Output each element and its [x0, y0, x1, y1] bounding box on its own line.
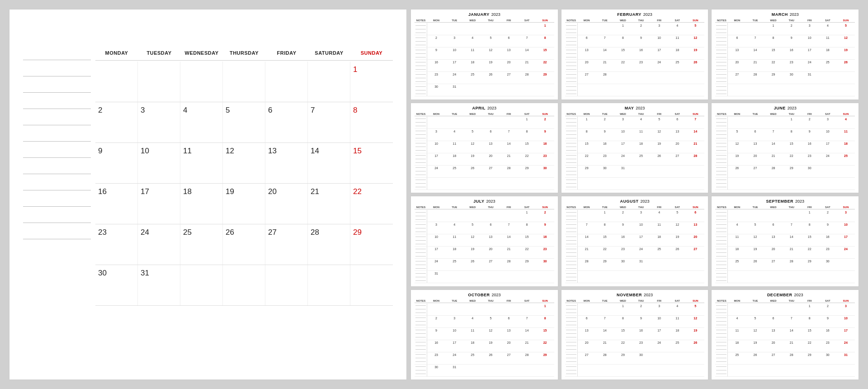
- mini-day-w3d2: 20: [764, 340, 783, 352]
- mini-day-w2d5: 15: [518, 141, 536, 153]
- mini-day-w3d1: 18: [445, 247, 463, 258]
- mini-notes-cell: [415, 271, 427, 283]
- mini-day-w1d4: 10: [801, 35, 819, 47]
- mini-note-line: [566, 74, 576, 75]
- mini-notes-cell: [565, 328, 578, 340]
- mini-day-w4d2: 31: [614, 166, 632, 177]
- mini-week-2: 9101112131415: [415, 328, 554, 340]
- mini-note-line: [415, 313, 426, 313]
- mini-day-w0d6: 2: [536, 210, 554, 222]
- mini-day-w5d6: [837, 178, 855, 190]
- mini-notes-cell: [565, 210, 578, 222]
- day-cell-w0d1: [138, 62, 180, 102]
- mini-day-w3d2: 18: [463, 60, 481, 71]
- mini-day-w4d3: 31: [632, 259, 650, 270]
- mini-day-w0d1: 2: [596, 117, 614, 128]
- mini-day-w1d0: 4: [728, 316, 746, 327]
- mini-notes-cell: [415, 352, 427, 364]
- mini-note-line: [415, 228, 426, 228]
- day-cell-w1d3: 5: [223, 102, 265, 142]
- day-cell-w5d6: [350, 265, 393, 305]
- mini-note-line: [716, 261, 726, 261]
- mini-note-line: [716, 321, 726, 322]
- mini-week-1: 45678910: [715, 316, 855, 328]
- mini-notes-cell: [715, 234, 728, 246]
- mini-day-w2d4: 15: [801, 234, 819, 246]
- mini-day-w1d4: 10: [650, 316, 668, 327]
- mini-day-w1d0: 6: [578, 316, 596, 327]
- mini-col-head-mon: MON: [578, 205, 596, 209]
- mini-day-w3d2: 23: [614, 247, 632, 258]
- mini-day-w5d5: [518, 178, 536, 190]
- mini-notes-cell: [715, 316, 728, 327]
- mini-notes-cell: [415, 60, 427, 71]
- mini-day-w2d6: 19: [837, 47, 855, 59]
- mini-col-head-fri: FRI: [500, 112, 518, 116]
- week-row-5: 3031: [95, 265, 393, 306]
- mini-day-w1d3: 11: [632, 129, 650, 141]
- mini-notes-cell: [715, 328, 728, 340]
- mini-day-w2d2: 15: [764, 47, 783, 59]
- mini-note-line: [415, 277, 426, 277]
- mini-day-w3d3: 22: [783, 153, 801, 165]
- mini-day-w1d6: 9: [536, 129, 554, 141]
- mini-note-line: [566, 370, 576, 370]
- mini-day-w1d4: 11: [650, 222, 668, 234]
- mini-day-w3d3: 19: [481, 60, 500, 71]
- mini-year: 2023: [491, 293, 500, 297]
- mini-day-w1d0: 2: [427, 35, 445, 47]
- mini-day-w1d5: 10: [819, 129, 837, 141]
- mini-day-w2d3: 16: [783, 47, 801, 59]
- mini-week-3: 17181920212223: [415, 247, 554, 259]
- mini-day-w1d0: 6: [728, 35, 746, 47]
- mini-day-w4d6: [837, 72, 855, 84]
- mini-day-w4d6: 31: [837, 352, 855, 364]
- mini-day-w2d1: 14: [596, 47, 614, 59]
- mini-day-w5d2: [614, 365, 632, 376]
- mini-note-line: [566, 131, 576, 131]
- mini-day-w2d1: 12: [746, 234, 764, 246]
- mini-day-w1d1: 3: [445, 35, 463, 47]
- mini-day-w5d4: [650, 84, 668, 96]
- mini-note-line: [716, 237, 726, 237]
- mini-day-w1d3: 7: [783, 222, 801, 234]
- mini-note-line: [415, 86, 426, 87]
- mini-note-line: [716, 268, 726, 269]
- mini-notes-cell: [415, 47, 427, 59]
- mini-note-line: [716, 224, 726, 225]
- mini-notes-cell: [415, 234, 427, 246]
- mini-month-name: DECEMBER: [767, 293, 793, 297]
- mini-day-w4d0: 23: [427, 72, 445, 84]
- mini-day-w0d1: [746, 117, 764, 128]
- mini-day-w0d5: 2: [819, 210, 837, 222]
- mini-notes-cell: [565, 234, 578, 246]
- main-grid: MONDAY TUESDAY WEDNESDAY THURSDAY FRIDAY…: [23, 48, 393, 370]
- mini-col-head-tue: TUE: [445, 205, 463, 209]
- note-line-8: [23, 166, 91, 174]
- mini-day-w3d5: 24: [819, 153, 837, 165]
- mini-day-w0d6: 1: [536, 23, 554, 35]
- mini-note-line: [566, 94, 576, 94]
- mini-notes-cell: [415, 259, 427, 270]
- mini-day-w4d2: 29: [614, 352, 632, 364]
- mini-week-2: 12131415161718: [715, 141, 855, 153]
- mini-day-w2d1: 11: [445, 141, 463, 153]
- mini-day-w5d2: [463, 365, 481, 376]
- mini-day-w2d3: 18: [632, 141, 650, 153]
- mini-note-line: [566, 330, 576, 330]
- mini-week-1: 6789101112: [715, 35, 855, 47]
- mini-notes-cell: [565, 247, 578, 258]
- day-cell-w2d5: 14: [308, 143, 350, 183]
- mini-week-4: 23242526272829: [415, 72, 554, 84]
- mini-day-w5d4: [500, 84, 518, 96]
- mini-col-head-mon: MON: [578, 19, 596, 22]
- mini-notes-cell: [415, 222, 427, 234]
- mini-day-w4d4: 31: [801, 72, 819, 84]
- mini-day-w2d2: 11: [463, 47, 481, 59]
- mini-notes-cell: [565, 259, 578, 270]
- mini-day-w5d4: [500, 271, 518, 283]
- mini-day-w0d6: 1: [536, 304, 554, 315]
- mini-note-line: [716, 277, 726, 277]
- mini-week-1: 2345678: [415, 35, 554, 47]
- mini-day-w0d1: 1: [596, 210, 614, 222]
